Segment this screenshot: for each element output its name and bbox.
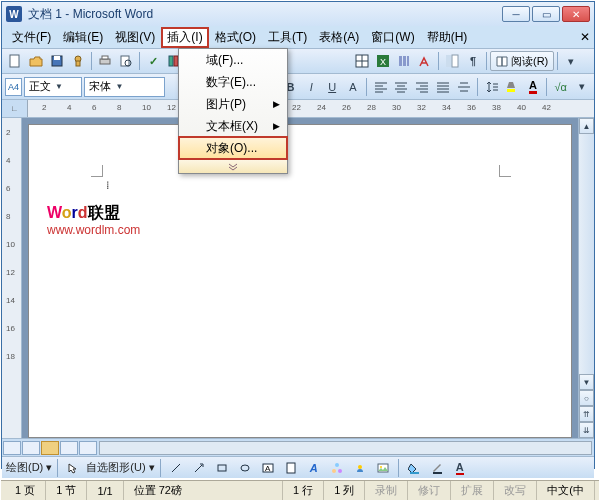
toolbar2-options-icon[interactable]: ▾ <box>572 77 591 97</box>
menu-insert[interactable]: 插入(I) <box>161 27 208 48</box>
save-icon[interactable] <box>47 51 67 71</box>
menu-table[interactable]: 表格(A) <box>313 27 365 48</box>
outline-view-button[interactable] <box>60 441 78 455</box>
scroll-up-button[interactable]: ▲ <box>579 118 594 134</box>
horizontal-ruler[interactable]: ∟ 24681012141618202224262830323436384042 <box>2 100 594 118</box>
align-right-icon[interactable] <box>413 77 432 97</box>
text-cursor: ⁞ <box>106 179 110 192</box>
status-trk[interactable]: 修订 <box>408 481 451 500</box>
browse-object-button[interactable]: ○ <box>579 390 594 406</box>
next-page-button[interactable]: ⇊ <box>579 422 594 438</box>
line-spacing-icon[interactable] <box>482 77 501 97</box>
svg-rect-19 <box>446 55 451 67</box>
status-rec[interactable]: 录制 <box>365 481 408 500</box>
scroll-track[interactable] <box>579 134 594 374</box>
show-marks-icon[interactable]: ¶ <box>463 51 483 71</box>
menu-item-number[interactable]: 数字(E)... <box>179 71 287 93</box>
status-lang[interactable]: 中文(中 <box>537 481 595 500</box>
vertical-ruler[interactable]: 24681012141618 <box>2 118 22 438</box>
font-color-draw-icon[interactable]: A <box>450 458 470 478</box>
char-border-icon[interactable]: A <box>344 77 363 97</box>
textbox-icon[interactable]: A <box>258 458 278 478</box>
spelling-icon[interactable]: ✓ <box>143 51 163 71</box>
expand-menu-chevron[interactable] <box>179 159 287 173</box>
document-page[interactable]: ⁞ Word联盟 www.wordlm.com <box>28 124 572 438</box>
align-left-icon[interactable] <box>371 77 390 97</box>
fill-color-icon[interactable] <box>404 458 424 478</box>
tab-selector[interactable]: ∟ <box>2 100 28 117</box>
table-icon[interactable] <box>352 51 372 71</box>
vertical-textbox-icon[interactable] <box>281 458 301 478</box>
open-icon[interactable] <box>26 51 46 71</box>
line-color-icon[interactable] <box>427 458 447 478</box>
menu-window[interactable]: 窗口(W) <box>365 27 420 48</box>
equation-icon[interactable]: √α <box>551 77 570 97</box>
menu-help[interactable]: 帮助(H) <box>421 27 474 48</box>
insert-picture-icon[interactable] <box>373 458 393 478</box>
rectangle-icon[interactable] <box>212 458 232 478</box>
menu-item-textbox[interactable]: 文本框(X)▶ <box>179 115 287 137</box>
align-center-icon[interactable] <box>392 77 411 97</box>
menu-item-object[interactable]: 对象(O)... <box>179 137 287 159</box>
menu-file[interactable]: 文件(F) <box>6 27 57 48</box>
underline-button[interactable]: U <box>323 77 342 97</box>
columns-icon[interactable] <box>394 51 414 71</box>
horizontal-scrollbar[interactable] <box>99 441 592 455</box>
select-arrow-icon[interactable] <box>63 458 83 478</box>
doc-map-icon[interactable] <box>442 51 462 71</box>
maximize-button[interactable]: ▭ <box>532 6 560 22</box>
svg-rect-17 <box>403 56 406 66</box>
oval-icon[interactable] <box>235 458 255 478</box>
font-color-icon[interactable]: A <box>524 77 543 97</box>
line-icon[interactable] <box>166 458 186 478</box>
menu-tools[interactable]: 工具(T) <box>262 27 313 48</box>
menu-bar: 文件(F) 编辑(E) 视图(V) 插入(I) 格式(O) 工具(T) 表格(A… <box>2 26 594 48</box>
highlight-icon[interactable] <box>503 77 522 97</box>
status-ovr[interactable]: 改写 <box>494 481 537 500</box>
font-combo[interactable]: 宋体▼ <box>84 77 165 97</box>
standard-toolbar: ✓ X ¶ 阅读(R) ▾ <box>2 48 594 74</box>
menu-view[interactable]: 视图(V) <box>109 27 161 48</box>
vertical-scrollbar[interactable]: ▲ ▼ ○ ⇈ ⇊ <box>578 118 594 438</box>
svg-rect-4 <box>76 61 80 66</box>
status-ext[interactable]: 扩展 <box>451 481 494 500</box>
style-indicator[interactable]: A4 <box>5 78 22 96</box>
status-section: 1 节 <box>46 481 87 500</box>
prev-page-button[interactable]: ⇈ <box>579 406 594 422</box>
scroll-down-button[interactable]: ▼ <box>579 374 594 390</box>
autoshapes-menu[interactable]: 自选图形(U) ▾ <box>86 460 154 475</box>
menu-item-field[interactable]: 域(F)... <box>179 49 287 71</box>
print-preview-icon[interactable] <box>116 51 136 71</box>
read-button[interactable]: 阅读(R) <box>490 51 554 71</box>
print-view-button[interactable] <box>41 441 59 455</box>
menu-edit[interactable]: 编辑(E) <box>57 27 109 48</box>
permission-icon[interactable] <box>68 51 88 71</box>
print-icon[interactable] <box>95 51 115 71</box>
diagram-icon[interactable] <box>327 458 347 478</box>
drawing-toggle-icon[interactable] <box>415 51 435 71</box>
clipart-icon[interactable] <box>350 458 370 478</box>
distribute-icon[interactable] <box>454 77 473 97</box>
normal-view-button[interactable] <box>3 441 21 455</box>
svg-line-44 <box>172 464 180 472</box>
minimize-button[interactable]: ─ <box>502 6 530 22</box>
status-position: 位置 72磅 <box>124 481 283 500</box>
menu-format[interactable]: 格式(O) <box>209 27 262 48</box>
font-value: 宋体 <box>89 79 111 94</box>
close-button[interactable]: ✕ <box>562 6 590 22</box>
toolbar-options-icon[interactable]: ▾ <box>561 51 581 71</box>
menu-item-picture[interactable]: 图片(P)▶ <box>179 93 287 115</box>
web-view-button[interactable] <box>22 441 40 455</box>
justify-icon[interactable] <box>434 77 453 97</box>
drawing-menu[interactable]: 绘图(D) ▾ <box>6 460 52 475</box>
margin-corner-tr <box>499 165 511 177</box>
arrow-icon[interactable] <box>189 458 209 478</box>
excel-icon[interactable]: X <box>373 51 393 71</box>
reading-view-button[interactable] <box>79 441 97 455</box>
wordart-icon[interactable]: A <box>304 458 324 478</box>
style-combo[interactable]: 正文▼ <box>24 77 83 97</box>
document-close-button[interactable]: ✕ <box>580 30 590 44</box>
italic-button[interactable]: I <box>302 77 321 97</box>
status-pages: 1/1 <box>87 481 123 500</box>
new-doc-icon[interactable] <box>5 51 25 71</box>
